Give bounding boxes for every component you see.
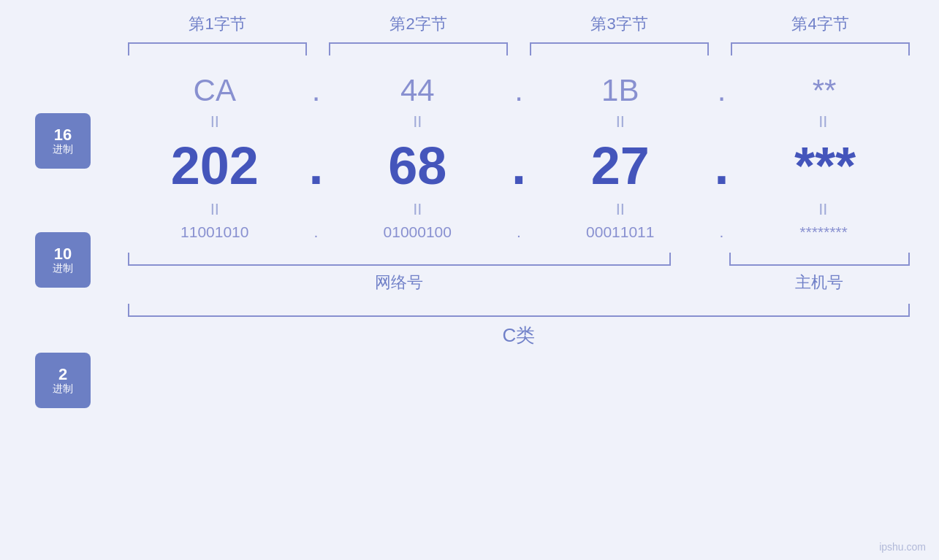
eq1-byte-2: II [331, 111, 505, 133]
host-label: 主机号 [729, 272, 911, 294]
bin-label: 2 进制 [35, 353, 91, 408]
main-container: 16 进制 10 进制 2 进制 第1字节 第2字节 第3字节 第4字节 [0, 0, 939, 560]
network-bracket [128, 253, 671, 266]
bin-byte-1: 11001010 [128, 223, 302, 241]
network-label: 网络号 [128, 272, 671, 294]
col-header-2-bracket [329, 42, 508, 55]
hex-row: CA . 44 . 1B . ** [128, 73, 910, 108]
watermark: ipshu.com [879, 541, 926, 553]
dec-label-sub: 进制 [53, 263, 73, 274]
hex-byte-1: CA [128, 73, 302, 108]
bin-byte-4: ******** [737, 223, 911, 241]
eq1-byte-1: II [128, 111, 302, 133]
bin-dot-1: . [302, 223, 331, 241]
hex-byte-3: 1B [533, 73, 707, 108]
dec-byte-1: 202 [128, 136, 302, 196]
bottom-brackets-row: 网络号 主机号 [128, 253, 910, 296]
col-header-4-text: 第4字节 [791, 13, 848, 35]
bin-row: 11001010 . 01000100 . 00011011 . *******… [128, 223, 910, 241]
hex-label-main: 16 [54, 126, 72, 144]
eq1-byte-3: II [533, 111, 707, 133]
bracket-gap [685, 253, 715, 296]
dec-dot-1: . [302, 136, 331, 196]
class-bracket [128, 304, 910, 317]
col-header-4: 第4字节 [731, 13, 910, 55]
network-bracket-container: 网络号 [128, 253, 671, 296]
bin-dot-2: . [504, 223, 533, 241]
col-header-2: 第2字节 [329, 13, 508, 55]
class-label: C类 [128, 323, 910, 348]
bin-label-main: 2 [58, 366, 67, 383]
bin-label-sub: 进制 [53, 383, 73, 394]
host-bracket-container: 主机号 [729, 253, 911, 296]
bin-dot-3: . [707, 223, 737, 241]
host-bracket [729, 253, 911, 266]
eq1-byte-4: II [737, 111, 911, 133]
col-headers: 第1字节 第2字节 第3字节 第4字节 [128, 0, 910, 55]
dec-label: 10 进制 [35, 232, 91, 288]
hex-dot-2: . [504, 73, 533, 108]
hex-label-sub: 进制 [53, 144, 73, 155]
col-header-1: 第1字节 [128, 13, 307, 55]
hex-byte-2: 44 [331, 73, 505, 108]
bin-byte-2: 01000100 [331, 223, 505, 241]
dec-byte-4: *** [737, 136, 911, 196]
col-header-2-text: 第2字节 [389, 13, 446, 35]
col-header-3-text: 第3字节 [590, 13, 647, 35]
dec-label-main: 10 [54, 245, 72, 263]
eq2-byte-4: II [737, 199, 911, 220]
equals-row-2: II II II II [128, 199, 910, 220]
col-header-1-text: 第1字节 [189, 13, 246, 35]
dec-byte-3: 27 [533, 136, 707, 196]
col-header-3-bracket [530, 42, 709, 55]
dec-row: 202 . 68 . 27 . *** [128, 136, 910, 196]
data-grid: CA . 44 . 1B . ** II II II II [128, 66, 910, 340]
col-header-1-bracket [128, 42, 307, 55]
dec-dot-3: . [707, 136, 737, 196]
hex-dot-3: . [707, 73, 737, 108]
eq2-byte-1: II [128, 199, 302, 220]
col-header-3: 第3字节 [530, 13, 709, 55]
class-bracket-row: C类 [128, 304, 910, 340]
equals-row-1: II II II II [128, 111, 910, 133]
bin-byte-3: 00011011 [533, 223, 707, 241]
hex-byte-4: ** [737, 73, 911, 108]
col-header-4-bracket [731, 42, 910, 55]
hex-dot-1: . [302, 73, 331, 108]
dec-dot-2: . [504, 136, 533, 196]
dec-byte-2: 68 [331, 136, 505, 196]
eq2-byte-3: II [533, 199, 707, 220]
eq2-byte-2: II [331, 199, 505, 220]
hex-label: 16 进制 [35, 113, 91, 169]
